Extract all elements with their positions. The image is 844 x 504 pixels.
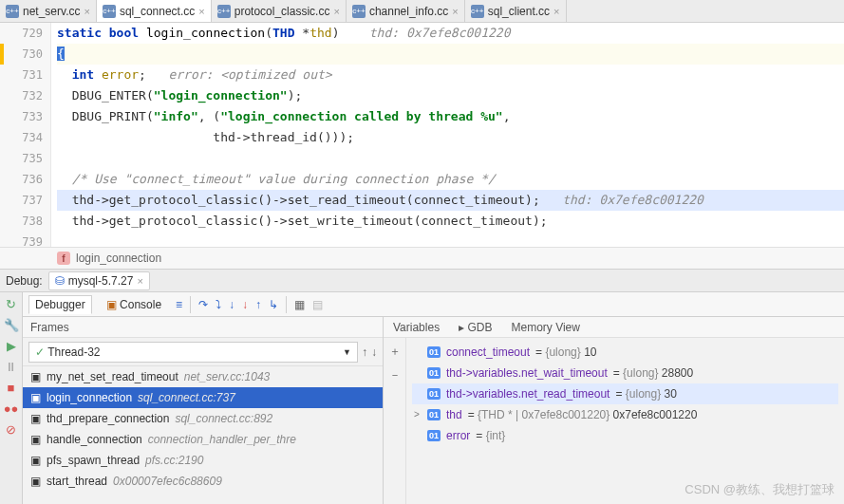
stack-icon: ▣: [30, 391, 41, 404]
tab-label: sql_connect.cc: [120, 5, 195, 18]
close-icon[interactable]: ×: [452, 6, 458, 17]
stop-icon[interactable]: ■: [4, 380, 19, 395]
frames-title: Frames: [23, 317, 383, 338]
cpp-file-icon: c++: [352, 5, 366, 18]
debug-session-bar: Debug: ⛁ mysql-5.7.27 ×: [0, 270, 844, 292]
cpp-file-icon: c++: [103, 5, 116, 18]
debug-toolwindow: ↻ 🔧 ▶ ⏸ ■ ●● ⊘ Debugger ▣ Console ≡ ↷ ⤵ …: [0, 292, 844, 504]
step-over-icon[interactable]: ⤵: [216, 298, 221, 311]
stack-icon: ▣: [30, 412, 41, 425]
new-watch-icon[interactable]: ＋: [389, 344, 401, 360]
debug-label: Debug:: [6, 274, 43, 288]
tab-label: channel_info.cc: [369, 5, 448, 18]
close-icon[interactable]: ×: [333, 6, 339, 17]
editor-tab[interactable]: c++ channel_info.cc ×: [347, 0, 465, 22]
frame-item[interactable]: ▣ start_thread 0x00007efec6c88609: [23, 471, 383, 492]
editor-tab[interactable]: c++ net_serv.cc ×: [0, 0, 97, 22]
vars-toolbar: ＋ －: [384, 338, 406, 504]
frame-item[interactable]: ▣ login_connection sql_connect.cc:737: [23, 387, 383, 408]
close-icon[interactable]: ×: [84, 6, 89, 17]
step-into-icon[interactable]: ↓: [229, 298, 234, 311]
code-body[interactable]: static bool login_connection(THD *thd) t…: [51, 23, 844, 247]
step-out-icon[interactable]: ↑: [255, 298, 261, 311]
tab-memory[interactable]: Memory View: [512, 321, 580, 334]
variable-row[interactable]: 01thd->variables.net_wait_timeout = {ulo…: [412, 363, 838, 383]
console-icon: ▣: [106, 298, 117, 311]
frame-item[interactable]: ▣ handle_connection connection_handler_p…: [23, 429, 383, 450]
layout-icon[interactable]: ▤: [312, 298, 323, 311]
frame-list[interactable]: ▣ my_net_set_read_timeout net_serv.cc:10…: [23, 366, 383, 504]
chevron-down-icon: ▼: [343, 347, 351, 357]
expand-icon[interactable]: >: [412, 404, 422, 425]
cpp-file-icon: c++: [471, 5, 484, 18]
tab-console[interactable]: ▣ Console: [100, 295, 168, 314]
resume-icon[interactable]: ▶: [4, 338, 19, 353]
variable-row[interactable]: 01connect_timeout = {ulong} 10: [412, 342, 838, 363]
type-badge-icon: 01: [427, 430, 441, 441]
variable-row[interactable]: >01thd = {THD * | 0x7efe8c001220} 0x7efe…: [412, 404, 838, 425]
editor-tabs: c++ net_serv.cc × c++ sql_connect.cc × c…: [0, 0, 844, 23]
run-toolbar-left: ↻ 🔧 ▶ ⏸ ■ ●● ⊘: [0, 292, 23, 504]
close-icon[interactable]: ×: [553, 6, 559, 17]
frame-item[interactable]: ▣ thd_prepare_connection sql_connect.cc:…: [23, 408, 383, 429]
editor-tab[interactable]: c++ sql_client.cc ×: [465, 0, 567, 22]
editor-tab-active[interactable]: c++ sql_connect.cc ×: [97, 0, 212, 22]
line-gutter: 729730731732733734735736737738739: [0, 23, 51, 247]
debug-session-tab[interactable]: ⛁ mysql-5.7.27 ×: [48, 271, 150, 290]
vars-list[interactable]: 01connect_timeout = {ulong} 1001thd->var…: [406, 338, 844, 504]
tab-debugger[interactable]: Debugger: [28, 295, 92, 314]
tab-variables[interactable]: Variables: [393, 321, 440, 334]
tab-label: sql_client.cc: [488, 5, 550, 18]
variable-row[interactable]: 01thd->variables.net_read_timeout = {ulo…: [412, 383, 838, 404]
view-breakpoints-icon[interactable]: ●●: [4, 401, 19, 416]
evaluate-icon[interactable]: ▦: [294, 298, 305, 311]
frame-item[interactable]: ▣ my_net_set_read_timeout net_serv.cc:10…: [23, 366, 383, 387]
frames-pane: Frames ✓ Thread-32 ▼ ↑ ↓ ▣ my_net_set_re…: [23, 317, 384, 504]
variable-row[interactable]: 01error = {int}: [412, 425, 838, 446]
remove-watch-icon[interactable]: －: [389, 367, 401, 383]
rerun-icon[interactable]: ↻: [4, 296, 19, 311]
type-badge-icon: 01: [427, 367, 441, 379]
pause-icon[interactable]: ⏸: [4, 359, 19, 374]
variables-pane: Variables ▸ GDB Memory View ＋ － 01connec…: [384, 317, 844, 504]
tab-gdb[interactable]: ▸ GDB: [459, 321, 492, 334]
breadcrumb-label: login_connection: [76, 252, 161, 265]
settings-icon[interactable]: 🔧: [4, 317, 19, 332]
db-icon: ⛁: [55, 274, 65, 288]
tab-label: net_serv.cc: [23, 5, 80, 18]
threads-icon[interactable]: ≡: [176, 298, 182, 311]
close-icon[interactable]: ×: [137, 275, 142, 287]
editor-tab[interactable]: c++ protocol_classic.cc ×: [212, 0, 347, 22]
stack-icon: ▣: [30, 454, 41, 467]
cpp-file-icon: c++: [217, 5, 231, 18]
stack-icon: ▣: [30, 475, 41, 488]
prev-frame-icon[interactable]: ↑: [362, 345, 367, 359]
watermark: CSDN @教练、我想打篮球: [685, 481, 835, 498]
frame-item[interactable]: ▣ pfs_spawn_thread pfs.cc:2190: [23, 450, 383, 471]
type-badge-icon: 01: [427, 409, 441, 420]
code-editor[interactable]: 729730731732733734735736737738739 static…: [0, 23, 844, 247]
function-icon: f: [57, 252, 70, 265]
stack-icon: ▣: [30, 370, 41, 383]
close-icon[interactable]: ×: [198, 6, 204, 17]
mute-breakpoints-icon[interactable]: ⊘: [4, 421, 19, 437]
run-to-cursor-icon[interactable]: ↳: [269, 298, 278, 311]
type-badge-icon: 01: [427, 346, 441, 358]
stack-icon: ▣: [30, 433, 41, 446]
show-execution-point-icon[interactable]: ↷: [198, 298, 208, 311]
debug-tool-row: Debugger ▣ Console ≡ ↷ ⤵ ↓ ↓ ↑ ↳ ▦ ▤: [23, 292, 844, 317]
next-frame-icon[interactable]: ↓: [371, 345, 377, 359]
type-badge-icon: 01: [427, 388, 441, 400]
debug-session-name: mysql-5.7.27: [68, 274, 134, 288]
tab-label: protocol_classic.cc: [234, 5, 330, 18]
force-step-into-icon[interactable]: ↓: [242, 298, 248, 311]
thread-selector[interactable]: ✓ Thread-32 ▼: [28, 342, 358, 363]
cpp-file-icon: c++: [6, 5, 19, 18]
